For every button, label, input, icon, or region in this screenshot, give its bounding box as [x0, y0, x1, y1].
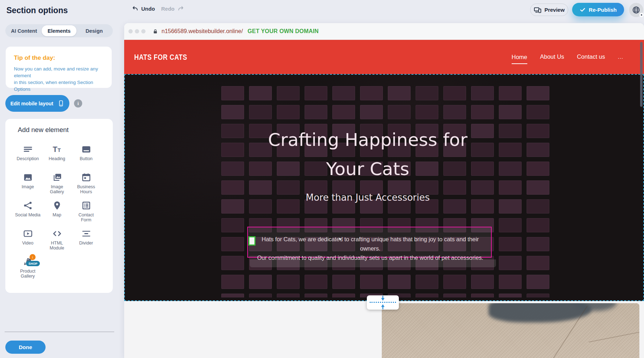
hero-tile	[305, 86, 327, 100]
lock-icon	[153, 28, 158, 35]
hero-heading-line2: Your Cats	[125, 154, 611, 184]
add-element-product-gallery[interactable]: Product Gallery↑SHOP	[13, 254, 42, 282]
tab-design[interactable]: Design	[76, 25, 112, 36]
html-module-icon	[52, 229, 62, 238]
hero-tile	[360, 86, 383, 100]
page-title: Section options	[6, 6, 68, 15]
hero-tile	[499, 86, 522, 100]
hero-tile	[277, 294, 300, 298]
tab-elements[interactable]: Elements	[42, 25, 77, 36]
hero-tile	[360, 275, 383, 289]
hero-tile	[221, 294, 244, 298]
hero-tile	[221, 237, 244, 251]
add-element-video[interactable]: Video	[13, 226, 42, 254]
description-icon	[23, 144, 33, 154]
nav-item-contact-us[interactable]: Contact us	[577, 53, 605, 61]
add-element-divider[interactable]: Divider	[72, 226, 101, 254]
hero-tile	[249, 105, 272, 119]
language-globe-button[interactable]	[629, 3, 643, 17]
add-element-business-hours[interactable]: Business Hours	[72, 170, 101, 198]
redo-label: Redo	[161, 6, 175, 12]
hero-tile	[277, 105, 300, 119]
hero-tile	[499, 237, 522, 251]
hero-heading[interactable]: Crafting Happiness for Your Cats	[125, 125, 611, 184]
hero-tile	[443, 86, 466, 100]
svg-text:T: T	[53, 145, 57, 154]
get-your-own-domain-link[interactable]: GET YOUR OWN DOMAIN	[248, 28, 319, 35]
edit-mobile-layout-button[interactable]: Edit mobile layout	[5, 95, 69, 112]
panel-divider	[5, 332, 114, 332]
info-icon[interactable]: i	[74, 99, 82, 107]
nav-more-menu[interactable]: ...	[618, 54, 623, 60]
add-element-image-gallery[interactable]: Image Gallery	[42, 170, 72, 198]
url-text[interactable]: n1566589.websitebuilder.online/	[162, 28, 243, 35]
done-button[interactable]: Done	[5, 341, 46, 354]
tab-ai-content[interactable]: AI Content	[6, 25, 42, 36]
element-hover-strip	[250, 259, 496, 267]
image-gallery-icon	[52, 173, 62, 182]
hero-tile	[388, 275, 411, 289]
hero-tile	[388, 105, 411, 119]
hero-section-selected[interactable]: Crafting Happiness for Your Cats More th…	[124, 74, 644, 301]
shop-badge: SHOP	[26, 261, 40, 266]
undo-button[interactable]: Undo	[132, 5, 155, 12]
element-label: Business Hours	[77, 184, 95, 194]
hero-tile	[221, 86, 244, 100]
element-label: Social Media	[15, 212, 41, 217]
browser-preview-window: n1566589.websitebuilder.online/ GET YOUR…	[124, 23, 644, 358]
mouse-cursor	[337, 237, 343, 243]
hero-tile	[443, 105, 466, 119]
add-element-button[interactable]: Button	[72, 142, 101, 170]
section-resize-widget[interactable]	[367, 295, 399, 310]
hero-tile	[388, 86, 411, 100]
nav-item-home[interactable]: Home	[512, 54, 527, 64]
heading-icon: TT	[52, 144, 62, 154]
add-element-contact-form[interactable]: Contact Form	[72, 198, 101, 226]
hero-tile	[249, 275, 272, 289]
add-element-html-module[interactable]: HTML Module	[42, 226, 72, 254]
add-element-map[interactable]: Map	[42, 198, 72, 226]
text-element-selection-box[interactable]: Hats for Cats, we are dedicated to craft…	[247, 227, 492, 258]
hero-tile	[443, 275, 466, 289]
hero-tile	[332, 105, 355, 119]
hero-tile	[277, 275, 300, 289]
hero-tile	[360, 105, 383, 119]
site-header: HATS FOR CATS HomeAbout UsContact us...	[124, 40, 644, 74]
panel-tabs[interactable]: AI ContentElementsDesign	[5, 24, 113, 37]
republish-button[interactable]: Re-Publish	[572, 3, 624, 16]
hero-tile	[527, 294, 549, 298]
window-dot	[141, 29, 146, 33]
next-section[interactable]	[124, 301, 644, 358]
element-label: Map	[53, 212, 61, 217]
preview-label: Preview	[544, 7, 565, 13]
site-logo[interactable]: HATS FOR CATS	[134, 53, 187, 62]
hero-tile	[527, 105, 549, 119]
hero-tile	[305, 294, 327, 298]
hero-tile	[305, 275, 327, 289]
hero-tile	[332, 294, 355, 298]
hero-tile	[277, 86, 300, 100]
hero-tile	[416, 294, 438, 298]
hero-subheading[interactable]: More than Just Accessories	[125, 192, 611, 203]
add-element-social-media[interactable]: Social Media	[13, 198, 42, 226]
hero-tile	[527, 237, 549, 251]
hero-tile	[471, 86, 494, 100]
contact-form-icon	[81, 201, 91, 210]
hero-tile	[471, 275, 494, 289]
pavement-image	[382, 303, 639, 358]
element-label: Contact Form	[78, 212, 94, 222]
add-element-image[interactable]: Image	[13, 170, 42, 198]
element-resize-handle[interactable]	[248, 236, 255, 246]
element-label: HTML Module	[50, 241, 64, 251]
add-element-description[interactable]: Description	[13, 142, 42, 170]
site-viewport: HATS FOR CATS HomeAbout UsContact us... …	[124, 40, 644, 358]
redo-button[interactable]: Redo	[161, 5, 184, 12]
business-hours-icon	[81, 173, 91, 182]
hero-body-text[interactable]: Hats for Cats, we are dedicated to craft…	[252, 235, 489, 262]
site-nav: HomeAbout UsContact us...	[512, 40, 623, 74]
preview-button[interactable]: Preview	[530, 4, 568, 16]
add-element-heading[interactable]: TTHeading	[42, 142, 72, 170]
nav-item-about-us[interactable]: About Us	[540, 53, 564, 61]
browser-scrollbar-thumb[interactable]	[640, 42, 643, 107]
republish-label: Re-Publish	[589, 7, 617, 13]
